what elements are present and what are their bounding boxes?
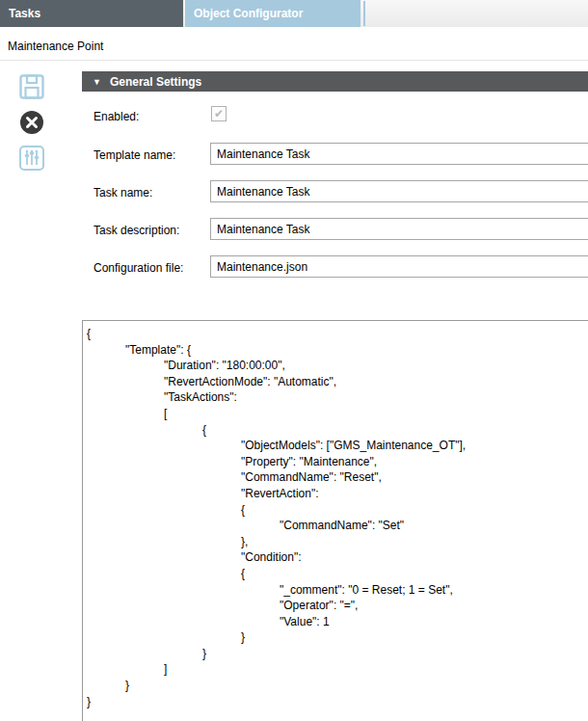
check-icon: ✔: [214, 108, 224, 120]
divider: [0, 60, 588, 61]
json-editor-box: { "Template": { "Duration": "180:00:00",…: [82, 320, 588, 721]
template-name-label: Template name:: [94, 148, 175, 162]
configuration-file-input[interactable]: [210, 255, 588, 278]
configuration-file-label: Configuration file:: [94, 261, 183, 275]
section-title: General Settings: [110, 75, 201, 89]
tab-object-configurator-label: Object Configurator: [194, 7, 303, 20]
tab-separator: [363, 1, 365, 26]
save-button[interactable]: [18, 73, 45, 100]
enabled-checkbox[interactable]: ✔: [211, 106, 227, 121]
tab-bar: Tasks Object Configurator: [0, 0, 588, 27]
sliders-icon: [18, 145, 45, 172]
task-name-input[interactable]: [210, 180, 588, 202]
enabled-label: Enabled:: [94, 110, 139, 123]
section-header-general-settings[interactable]: ▼ General Settings: [82, 71, 588, 92]
tab-tasks[interactable]: Tasks: [0, 0, 183, 27]
tab-tasks-label: Tasks: [9, 7, 40, 20]
task-name-label: Task name:: [94, 186, 152, 200]
collapse-arrow-icon[interactable]: ▼: [93, 77, 101, 87]
cancel-icon: [18, 109, 45, 136]
settings-button[interactable]: [18, 145, 45, 172]
page-title: Maintenance Point: [8, 40, 103, 53]
save-icon: [18, 73, 45, 100]
template-name-input[interactable]: [210, 143, 588, 165]
task-description-label: Task description:: [94, 224, 179, 237]
task-description-input[interactable]: [210, 218, 588, 240]
json-editor[interactable]: { "Template": { "Duration": "180:00:00",…: [87, 326, 585, 709]
cancel-button[interactable]: [18, 109, 45, 136]
tab-object-configurator[interactable]: Object Configurator: [185, 0, 361, 27]
